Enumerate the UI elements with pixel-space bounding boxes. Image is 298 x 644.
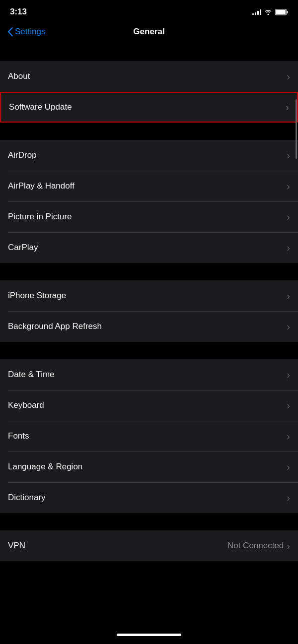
keyboard-right [287, 400, 290, 411]
section-gap-4 [0, 342, 298, 359]
iphone-storage-right [287, 290, 290, 302]
fonts-chevron-icon [287, 431, 290, 442]
dictionary-right [287, 492, 290, 504]
back-label: Settings [15, 27, 45, 37]
settings-row-dictionary[interactable]: Dictionary [0, 482, 298, 513]
vpn-label: VPN [8, 541, 25, 551]
vpn-chevron-icon [287, 540, 290, 552]
page-title: General [133, 27, 164, 37]
iphone-storage-chevron-icon [287, 290, 290, 302]
signal-icon [252, 9, 261, 15]
settings-row-about[interactable]: About [0, 61, 298, 92]
home-bar [117, 634, 181, 636]
status-bar: 3:13 [0, 0, 298, 22]
dictionary-chevron-icon [287, 492, 290, 504]
settings-row-vpn[interactable]: VPN Not Connected [0, 530, 298, 561]
section-1: About Software Update [0, 61, 298, 123]
airdrop-right [287, 150, 290, 161]
software-update-right [286, 102, 289, 113]
date-time-right [287, 369, 290, 381]
wifi-icon [264, 9, 272, 15]
settings-row-carplay[interactable]: CarPlay [0, 232, 298, 263]
carplay-label: CarPlay [8, 243, 38, 253]
vpn-value: Not Connected [227, 541, 284, 551]
section-4: Date & Time Keyboard Fonts Language & Re… [0, 359, 298, 513]
settings-row-iphone-storage[interactable]: iPhone Storage [0, 280, 298, 311]
language-region-right [287, 461, 290, 473]
software-update-label: Software Update [9, 102, 72, 112]
settings-row-software-update[interactable]: Software Update [0, 92, 298, 123]
settings-row-airdrop[interactable]: AirDrop [0, 140, 298, 171]
airdrop-label: AirDrop [8, 150, 37, 160]
date-time-label: Date & Time [8, 370, 55, 380]
airplay-handoff-label: AirPlay & Handoff [8, 181, 74, 191]
about-label: About [8, 71, 30, 81]
section-gap-1 [0, 44, 298, 61]
navigation-bar: Settings General [0, 22, 298, 44]
section-3: iPhone Storage Background App Refresh [0, 280, 298, 342]
scrollbar[interactable] [296, 99, 297, 159]
about-chevron-icon [287, 71, 290, 82]
date-time-chevron-icon [287, 369, 290, 381]
background-app-refresh-label: Background App Refresh [8, 322, 102, 331]
settings-row-language-region[interactable]: Language & Region [0, 451, 298, 482]
picture-in-picture-chevron-icon [287, 211, 290, 223]
carplay-right [287, 242, 290, 254]
settings-row-background-app-refresh[interactable]: Background App Refresh [0, 311, 298, 342]
svg-rect-2 [287, 11, 288, 13]
background-app-refresh-chevron-icon [287, 321, 290, 332]
background-app-refresh-right [287, 321, 290, 332]
airplay-handoff-chevron-icon [287, 181, 290, 192]
software-update-chevron-icon [286, 102, 289, 113]
status-icons [252, 9, 288, 15]
back-button[interactable]: Settings [8, 27, 45, 37]
keyboard-chevron-icon [287, 400, 290, 411]
about-right [287, 71, 290, 82]
language-region-label: Language & Region [8, 462, 82, 472]
section-gap-5 [0, 513, 298, 530]
iphone-storage-label: iPhone Storage [8, 291, 66, 301]
fonts-label: Fonts [8, 431, 29, 441]
keyboard-label: Keyboard [8, 400, 44, 410]
settings-row-date-time[interactable]: Date & Time [0, 359, 298, 390]
battery-icon [275, 9, 288, 15]
section-2: AirDrop AirPlay & Handoff Picture in Pic… [0, 140, 298, 263]
settings-row-airplay-handoff[interactable]: AirPlay & Handoff [0, 171, 298, 201]
airdrop-chevron-icon [287, 150, 290, 161]
dictionary-label: Dictionary [8, 493, 46, 503]
vpn-right: Not Connected [227, 540, 290, 552]
settings-row-keyboard[interactable]: Keyboard [0, 390, 298, 421]
picture-in-picture-label: Picture in Picture [8, 212, 72, 222]
home-indicator [0, 630, 298, 640]
status-time: 3:13 [10, 7, 27, 17]
language-region-chevron-icon [287, 461, 290, 473]
fonts-right [287, 431, 290, 442]
section-gap-2 [0, 123, 298, 140]
settings-row-picture-in-picture[interactable]: Picture in Picture [0, 201, 298, 232]
carplay-chevron-icon [287, 242, 290, 254]
svg-rect-1 [276, 10, 286, 14]
section-vpn: VPN Not Connected [0, 530, 298, 561]
picture-in-picture-right [287, 211, 290, 223]
airplay-handoff-right [287, 181, 290, 192]
section-gap-3 [0, 263, 298, 280]
settings-row-fonts[interactable]: Fonts [0, 421, 298, 451]
